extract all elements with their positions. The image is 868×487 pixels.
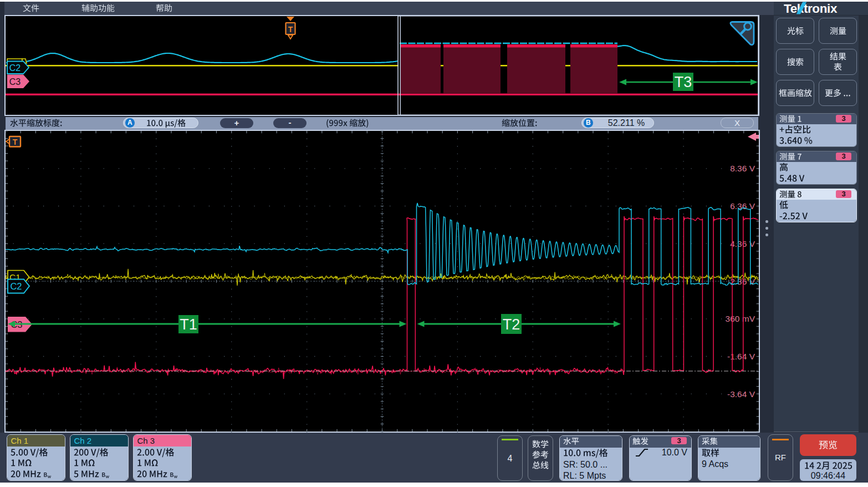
svg-text:C2: C2 xyxy=(9,63,21,73)
svg-text:Tektronix: Tektronix xyxy=(784,2,838,16)
svg-text:T: T xyxy=(288,25,293,34)
svg-text:T3: T3 xyxy=(675,74,692,90)
svg-text:8.36 V: 8.36 V xyxy=(730,164,755,173)
svg-text:T1: T1 xyxy=(180,316,197,333)
svg-text:T: T xyxy=(13,138,18,146)
svg-text:-3.64 V: -3.64 V xyxy=(727,389,755,399)
svg-text:T2: T2 xyxy=(503,316,520,333)
svg-text:6.36 V: 6.36 V xyxy=(730,201,755,211)
svg-text:360 mV: 360 mV xyxy=(726,314,755,323)
svg-text:-1.64 V: -1.64 V xyxy=(727,352,755,361)
svg-text:4.36 V: 4.36 V xyxy=(730,239,755,248)
svg-text:C2: C2 xyxy=(10,281,22,291)
svg-text:C3: C3 xyxy=(9,77,21,87)
